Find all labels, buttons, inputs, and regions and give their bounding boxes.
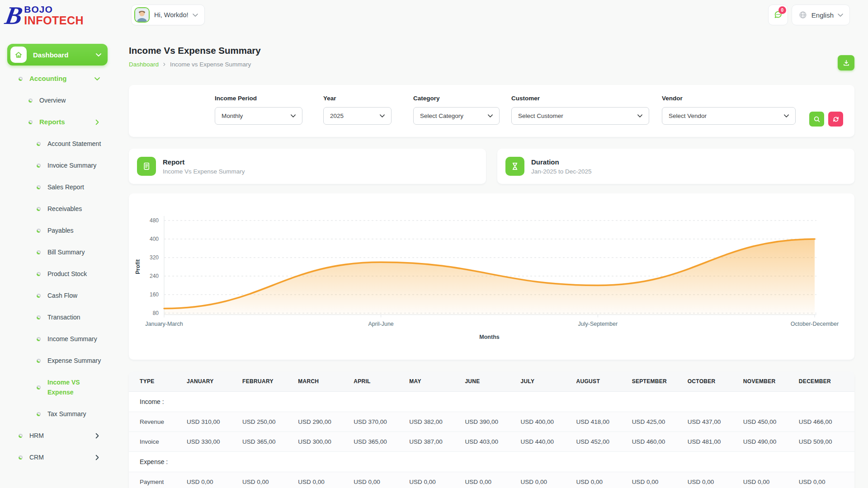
download-button[interactable] (838, 55, 854, 70)
sidebar-item-sales-report[interactable]: Sales Report (0, 176, 121, 198)
column-header: OCTOBER (688, 371, 743, 392)
sidebar-item-dashboard[interactable]: Dashboard (7, 44, 108, 66)
sidebar-item-tax-summary[interactable]: Tax Summary (0, 403, 121, 425)
column-header: AUGUST (576, 371, 632, 392)
chevron-down-icon (380, 114, 385, 117)
sidebar-item-income-summary[interactable]: Income Summary (0, 328, 121, 350)
sidebar-item-transaction[interactable]: Transaction (0, 306, 121, 328)
x-tick-label: January-March (145, 321, 183, 327)
sidebar-item-expense-summary[interactable]: Expense Summary (0, 350, 121, 371)
chevron-right-icon (96, 433, 99, 438)
chevron-down-icon (838, 14, 843, 17)
notifications-button[interactable]: 0 (768, 5, 788, 25)
bullet-icon (37, 142, 41, 146)
report-card-title: Report (163, 158, 245, 166)
category-select[interactable]: Select Category (413, 107, 500, 125)
x-tick-label: October-December (791, 321, 839, 327)
section-row: Income : (129, 392, 854, 412)
refresh-icon (832, 116, 840, 123)
bullet-icon (37, 385, 41, 389)
table-header-row: TYPEJANUARYFEBRUARYMARCHAPRILMAYJUNEJULY… (129, 371, 854, 392)
chevron-right-icon (96, 119, 99, 125)
area-fill (164, 239, 815, 315)
user-menu[interactable]: Hi, Workdo! (131, 5, 205, 25)
sidebar-item-accounting[interactable]: Accounting (0, 68, 121, 89)
report-card-subtitle: Income Vs Expense Summary (163, 168, 245, 175)
table-row: InvoiceUSD 330,00USD 365,00USD 300,00USD… (129, 432, 854, 452)
sidebar-item-cash-flow[interactable]: Cash Flow (0, 285, 121, 306)
brand-name-secondary: INFOTECH (24, 15, 84, 26)
breadcrumb: Dashboard Income vs Expense Summary (129, 61, 854, 68)
language-selector[interactable]: English (792, 5, 850, 25)
main-content: Hi, Workdo! 0 English Income Vs Expense … (129, 0, 854, 488)
bullet-icon (37, 359, 41, 363)
duration-card: Duration Jan-2025 to Dec-2025 (497, 149, 854, 184)
column-header: MARCH (298, 371, 354, 392)
page-title: Income Vs Expense Summary (129, 45, 854, 56)
sidebar-item-payables[interactable]: Payables (0, 220, 121, 241)
x-axis-title: Months (479, 334, 499, 340)
bullet-icon (37, 294, 41, 298)
column-header: MAY (409, 371, 465, 392)
bullet-icon (19, 455, 23, 460)
column-header: JULY (520, 371, 576, 392)
sidebar-item-crm[interactable]: CRM (0, 446, 121, 468)
brand-text: BOJO INFOTECH (24, 5, 84, 26)
breadcrumb-current: Income vs Expense Summary (170, 61, 251, 68)
category-label: Category (413, 95, 500, 102)
sidebar-item-income-vs-expense[interactable]: Income VS Expense (0, 371, 121, 403)
vendor-label: Vendor (662, 95, 796, 102)
x-tick-label: April-June (368, 321, 394, 327)
bullet-icon (37, 250, 41, 254)
chevron-right-icon (96, 455, 99, 460)
summary-table-card: TYPEJANUARYFEBRUARYMARCHAPRILMAYJUNEJULY… (129, 371, 854, 488)
column-header: JUNE (465, 371, 520, 392)
sidebar: B BOJO INFOTECH Dashboard Accounting Ove… (0, 0, 121, 488)
income-period-select[interactable]: Monthly (215, 107, 302, 125)
year-select[interactable]: 2025 (323, 107, 392, 125)
sidebar-item-hrm[interactable]: HRM (0, 425, 121, 446)
profit-area-chart: 80160240320400480January-MarchApril-June… (129, 193, 854, 360)
duration-card-title: Duration (531, 158, 592, 166)
avatar (134, 7, 150, 23)
customer-select[interactable]: Select Customer (511, 107, 649, 125)
search-icon (813, 116, 821, 123)
sidebar-item-product-stock[interactable]: Product Stock (0, 263, 121, 285)
column-header: JANUARY (187, 371, 242, 392)
report-document-icon (137, 157, 156, 176)
topbar: Hi, Workdo! 0 English (129, 0, 854, 32)
sidebar-item-overview[interactable]: Overview (0, 89, 121, 111)
column-header: DECEMBER (799, 371, 854, 392)
chevron-down-icon (94, 77, 100, 80)
column-header: APRIL (354, 371, 409, 392)
y-tick-label: 320 (150, 254, 159, 261)
table-row: RevenueUSD 310,00USD 250,00USD 290,00USD… (129, 412, 854, 432)
bullet-icon (19, 434, 23, 438)
home-icon (10, 47, 27, 63)
search-button[interactable] (809, 112, 824, 127)
chevron-down-icon (637, 114, 642, 117)
column-header: TYPE (129, 371, 187, 392)
sidebar-item-invoice-summary[interactable]: Invoice Summary (0, 155, 121, 176)
vendor-select[interactable]: Select Vendor (662, 107, 796, 125)
download-icon (843, 59, 850, 66)
brand-logo[interactable]: B BOJO INFOTECH (0, 0, 121, 28)
sidebar-item-account-statement[interactable]: Account Statement (0, 133, 121, 155)
y-tick-label: 160 (150, 291, 159, 298)
refresh-button[interactable] (828, 112, 843, 127)
notification-badge: 0 (778, 6, 786, 14)
sidebar-item-reports[interactable]: Reports (0, 111, 121, 133)
breadcrumb-dashboard-link[interactable]: Dashboard (129, 61, 159, 68)
y-axis-title: Profit (135, 259, 141, 274)
section-row: Expense : (129, 452, 854, 472)
bullet-icon (37, 207, 41, 211)
chevron-down-icon (96, 53, 101, 56)
bullet-icon (28, 99, 33, 103)
bullet-icon (37, 185, 41, 189)
sidebar-nav: Accounting Overview Reports Account Stat… (0, 66, 121, 468)
sidebar-item-bill-summary[interactable]: Bill Summary (0, 241, 121, 263)
bullet-icon (37, 315, 41, 319)
sidebar-item-label: Dashboard (33, 51, 68, 59)
sidebar-item-receivables[interactable]: Receivables (0, 198, 121, 220)
bullet-icon (37, 337, 41, 341)
